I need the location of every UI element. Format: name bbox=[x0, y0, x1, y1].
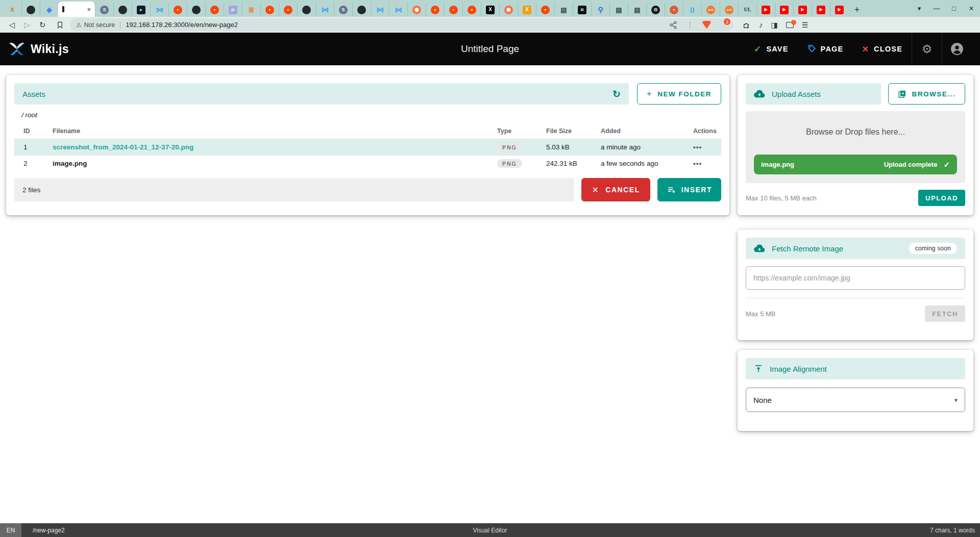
tab-youtube[interactable]: ▶ bbox=[812, 3, 830, 17]
tab-reddit[interactable]: • bbox=[260, 3, 279, 17]
upload-title: Upload Assets bbox=[772, 90, 821, 98]
tab-gem-icon: ◈ bbox=[45, 6, 54, 14]
tab-search-chevron-icon[interactable]: ▾ bbox=[911, 5, 928, 12]
window-close-icon[interactable]: × bbox=[963, 4, 980, 13]
tab-x-orange[interactable]: X bbox=[518, 3, 536, 17]
minimize-icon[interactable]: — bbox=[928, 5, 945, 12]
file-drop-zone[interactable]: Browse or Drop files here... image.png U… bbox=[746, 111, 965, 183]
tab-github-icon bbox=[302, 6, 311, 14]
tab-search[interactable]: ⚲ bbox=[591, 3, 609, 17]
row-actions-icon[interactable]: ••• bbox=[684, 160, 721, 167]
tab-wikijs[interactable]: ⋈ bbox=[389, 3, 407, 17]
row-actions-icon[interactable]: ••• bbox=[684, 143, 721, 151]
insert-button[interactable]: INSERT bbox=[657, 178, 721, 201]
settings-button[interactable]: ⚙ bbox=[912, 33, 942, 65]
wikijs-logo[interactable]: Wiki.js bbox=[8, 41, 69, 57]
tab-wikijs-icon: ⋈ bbox=[321, 6, 329, 14]
tab-close-icon[interactable]: × bbox=[87, 6, 91, 13]
fetch-button[interactable]: FETCH bbox=[925, 305, 965, 322]
tab-youtube[interactable]: ▶ bbox=[830, 3, 848, 17]
tab-playlist-icon: ▤ bbox=[559, 6, 568, 14]
upload-complete-bar: image.png Upload complete ✓ bbox=[754, 155, 957, 174]
refresh-icon[interactable]: ↻ bbox=[612, 88, 621, 100]
tab-browser[interactable]: S bbox=[95, 3, 113, 17]
tab-playlist[interactable]: ▤ bbox=[554, 3, 573, 17]
tab-youtube[interactable]: ▶ bbox=[793, 3, 812, 17]
sidebar-icon[interactable]: ◨ bbox=[771, 21, 778, 29]
account-button[interactable] bbox=[942, 33, 972, 65]
tab-brackets-icon: [} bbox=[688, 6, 697, 14]
address-bar[interactable]: ⚠ Not secure 192.168.178.26:3000/e/en/ne… bbox=[70, 18, 733, 31]
brave-rewards-icon[interactable]: 2 bbox=[718, 21, 727, 29]
tab-github[interactable] bbox=[352, 3, 371, 17]
tab-orange-ring[interactable]: ◉ bbox=[499, 3, 518, 17]
tab-askubuntu[interactable]: ask bbox=[720, 3, 738, 17]
table-row[interactable]: 1screenshot_from_2024-01-21_12-37-20.png… bbox=[14, 139, 721, 155]
tab-penguin[interactable]: ʘ bbox=[646, 3, 665, 17]
tab-x-black[interactable]: X bbox=[481, 3, 499, 17]
table-row[interactable]: 2image.pngPNG242.31 kBa few seconds ago•… bbox=[14, 155, 721, 171]
tab-github[interactable] bbox=[187, 3, 205, 17]
browse-button[interactable]: BROWSE... bbox=[888, 83, 965, 105]
tab-youtube[interactable]: ▶ bbox=[775, 3, 793, 17]
tab-reddit[interactable]: • bbox=[426, 3, 444, 17]
tab-ul[interactable]: UL bbox=[738, 3, 756, 17]
upload-button[interactable]: UPLOAD bbox=[918, 190, 965, 206]
tab-playlist[interactable]: ▤ bbox=[609, 3, 628, 17]
cancel-button[interactable]: ✕ CANCEL bbox=[581, 178, 650, 201]
tab-reddit[interactable]: • bbox=[168, 3, 187, 17]
save-button[interactable]: ✓ SAVE bbox=[745, 33, 798, 65]
tab-jc[interactable]: jc bbox=[224, 3, 242, 17]
tab-github[interactable] bbox=[113, 3, 132, 17]
tab-youtube[interactable]: ▶ bbox=[756, 3, 775, 17]
tab-github[interactable] bbox=[21, 3, 40, 17]
page-properties-button[interactable]: PAGE bbox=[798, 33, 853, 65]
browser-tab-strip: X◈×S▸⋈••jc≣••⋈S⋈⋈◉•••X◉X•▤⠶⚲▤▤ʘ•[}askask… bbox=[0, 0, 980, 17]
tab-gem[interactable]: ◈ bbox=[40, 3, 58, 17]
brave-shields-icon[interactable] bbox=[702, 21, 711, 29]
tab-terminal[interactable]: ▸ bbox=[132, 3, 150, 17]
forward-icon[interactable]: ▷ bbox=[20, 20, 34, 30]
new-tab-button[interactable]: + bbox=[848, 3, 866, 17]
tab-reddit[interactable]: • bbox=[205, 3, 224, 17]
back-icon[interactable]: ◁ bbox=[5, 20, 18, 30]
alignment-select[interactable]: None ▾ bbox=[746, 388, 965, 412]
tab-x-org[interactable]: X bbox=[3, 3, 21, 17]
row-filename[interactable]: image.png bbox=[53, 160, 488, 167]
tab-playlist[interactable]: ▤ bbox=[628, 3, 646, 17]
locale-chip[interactable]: EN bbox=[0, 523, 21, 537]
close-button[interactable]: ✕ CLOSE bbox=[852, 33, 912, 65]
tab-github[interactable] bbox=[297, 3, 315, 17]
reload-icon[interactable]: ↻ bbox=[36, 20, 49, 30]
share-icon[interactable] bbox=[669, 21, 677, 29]
tab-reddit-icon: • bbox=[449, 6, 458, 14]
tab-browser-icon: S bbox=[100, 6, 109, 14]
active-tab-favicon bbox=[62, 6, 64, 12]
tab-wikijs[interactable]: ⋈ bbox=[315, 3, 334, 17]
media-control-icon[interactable]: ♪ bbox=[759, 20, 763, 29]
row-filename[interactable]: screenshot_from_2024-01-21_12-37-20.png bbox=[53, 143, 488, 151]
tab-terminal-dots[interactable]: ⠶ bbox=[573, 3, 591, 17]
tab-stackoverflow[interactable]: ≣ bbox=[242, 3, 260, 17]
extensions-puzzle-icon[interactable] bbox=[743, 21, 751, 29]
bookmark-icon[interactable] bbox=[56, 21, 64, 29]
tab-brackets[interactable]: [} bbox=[683, 3, 701, 17]
remote-image-url-input[interactable] bbox=[746, 266, 965, 290]
window-manager-icon[interactable] bbox=[786, 22, 794, 28]
extensions-area: ♪ ◨ ☰ bbox=[743, 20, 808, 29]
tab-orange-ring[interactable]: ◉ bbox=[407, 3, 426, 17]
tab-reddit[interactable]: • bbox=[462, 3, 481, 17]
tab-reddit[interactable]: • bbox=[536, 3, 554, 17]
new-folder-button[interactable]: + NEW FOLDER bbox=[637, 83, 721, 105]
tab-browser[interactable]: S bbox=[334, 3, 352, 17]
maximize-icon[interactable]: □ bbox=[945, 5, 963, 12]
menu-hamburger-icon[interactable]: ☰ bbox=[802, 21, 808, 29]
tab-wikijs[interactable]: ⋈ bbox=[150, 3, 168, 17]
url-text[interactable]: 192.168.178.26:3000/e/en/new-page2 bbox=[126, 21, 669, 29]
tab-reddit[interactable]: • bbox=[444, 3, 462, 17]
tab-duckduckgo[interactable]: • bbox=[665, 3, 683, 17]
tab-wikijs-active[interactable]: × bbox=[58, 2, 95, 17]
tab-askubuntu[interactable]: ask bbox=[701, 3, 720, 17]
tab-reddit[interactable]: • bbox=[279, 3, 297, 17]
tab-wikijs[interactable]: ⋈ bbox=[371, 3, 389, 17]
